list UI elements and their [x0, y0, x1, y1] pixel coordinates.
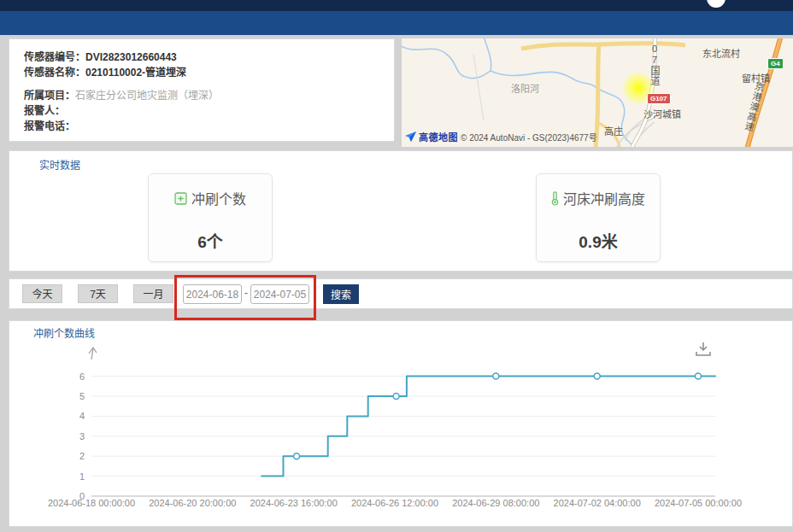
today-button[interactable]: 今天 — [22, 284, 62, 303]
flush-count-title: 冲刷个数 — [191, 188, 246, 208]
download-icon[interactable] — [696, 342, 710, 355]
map-label-river: 洛阳河 — [511, 84, 539, 94]
page: 传感器编号：DVI2823012660443 传感器名称：0210110002-… — [0, 0, 793, 532]
data-point-marker — [493, 373, 499, 379]
data-point-marker — [594, 373, 600, 379]
flush-count-card: 冲刷个数 6个 — [148, 173, 273, 262]
sensor-id-row: 传感器编号：DVI2823012660443 — [24, 50, 385, 65]
riverbed-height-card: 河床冲刷高度 0.9米 — [536, 173, 661, 262]
location-map[interactable]: 东北流村 G4 留村镇 京港澳高速 07国道 G107 沙河城镇 高庄 洛阳河 … — [402, 38, 793, 147]
top-header-bar — [0, 0, 793, 11]
realtime-data-panel: 实时数据 冲刷个数 6个 河床冲刷高度 0.9米 — [9, 150, 793, 272]
thermometer-icon — [551, 191, 559, 206]
alarm-phone-row: 报警电话： — [24, 119, 385, 134]
one-month-button[interactable]: 一月 — [133, 284, 173, 303]
map-label-gaozhuang: 高庄 — [604, 126, 623, 137]
data-point-marker — [393, 394, 399, 400]
map-label-road107: 07国道 — [649, 44, 660, 86]
x-tick-labels: 2024-06-18 00:00:00 2024-06-20 20:00:00 … — [48, 498, 742, 508]
plus-square-icon — [174, 192, 187, 205]
seven-days-button[interactable]: 7天 — [78, 284, 118, 303]
amap-logo-text: 高德地图 — [419, 130, 458, 143]
amap-logo-icon — [405, 132, 416, 142]
map-label-shahe: 沙河城镇 — [643, 109, 681, 120]
alarm-person-label: 报警人： — [24, 105, 65, 117]
y-axis-arrow-icon — [89, 348, 97, 360]
sensor-id-label: 传感器编号： — [24, 51, 85, 63]
alarm-phone-label: 报警电话： — [24, 120, 75, 132]
sensor-info-panel: 传感器编号：DVI2823012660443 传感器名称：0210110002-… — [9, 38, 395, 142]
sensor-name-label: 传感器名称： — [24, 67, 85, 79]
y-tick-1: 1 — [79, 471, 85, 482]
flush-count-value: 6个 — [149, 229, 272, 252]
sensor-name-value: 0210110002-管道埋深 — [85, 67, 186, 79]
riverbed-height-title: 河床冲刷高度 — [563, 188, 645, 208]
realtime-section-title: 实时数据 — [39, 157, 80, 172]
y-tick-labels: 0 1 2 3 4 5 6 — [79, 371, 85, 501]
step-line-series — [261, 377, 716, 476]
g4-badge: G4 — [767, 58, 784, 69]
stream-line — [473, 54, 484, 120]
x-tick-3: 2024-06-26 12:00:00 — [351, 498, 438, 508]
x-tick-5: 2024-07-02 04:00:00 — [554, 498, 641, 508]
flush-count-chart: 0 1 2 3 4 5 6 2024-06-18 00:00:00 2024-0… — [9, 321, 793, 528]
time-filter-bar: 今天 7天 一月 - 搜索 — [9, 278, 793, 309]
g107-badge: G107 — [647, 93, 671, 104]
project-row: 所属项目：石家庄分公司地灾监测（埋深） — [24, 88, 385, 103]
search-button[interactable]: 搜索 — [323, 284, 359, 304]
y-tick-2: 2 — [79, 451, 85, 461]
y-tick-6: 6 — [79, 371, 85, 382]
x-tick-4: 2024-06-29 08:00:00 — [452, 498, 539, 508]
riverbed-height-title-row: 河床冲刷高度 — [537, 188, 660, 208]
flush-count-chart-panel: 冲刷个数曲线 0 1 2 3 4 — [9, 320, 793, 527]
alarm-person-row: 报警人： — [24, 103, 385, 119]
date-range-separator: - — [244, 287, 248, 299]
user-avatar[interactable] — [707, 0, 725, 8]
project-label: 所属项目： — [24, 90, 75, 102]
map-attribution: 高德地图 © 2024 AutoNavi - GS(2023)4677号 — [405, 130, 597, 143]
data-point-marker — [696, 373, 702, 379]
riverbed-height-value: 0.9米 — [537, 229, 660, 252]
data-point-marker — [294, 453, 300, 459]
x-tick-2: 2024-06-23 16:00:00 — [250, 498, 338, 508]
project-value: 石家庄分公司地灾监测（埋深） — [75, 90, 219, 102]
flush-count-title-row: 冲刷个数 — [149, 188, 272, 208]
x-tick-6: 2024-07-05 00:00:00 — [655, 498, 742, 508]
x-tick-0: 2024-06-18 00:00:00 — [48, 498, 135, 508]
sensor-id-value: DVI2823012660443 — [85, 51, 177, 63]
sensor-name-row: 传感器名称：0210110002-管道埋深 — [24, 65, 385, 80]
y-tick-3: 3 — [79, 431, 85, 441]
y-tick-4: 4 — [79, 411, 85, 421]
map-copyright: © 2024 AutoNavi - GS(2023)4677号 — [461, 131, 597, 143]
x-tick-1: 2024-06-20 20:00:00 — [149, 498, 236, 508]
map-label-dongbeiliu: 东北流村 — [702, 49, 740, 59]
sub-header-bar — [0, 11, 793, 35]
gridlines — [91, 377, 715, 496]
end-date-input[interactable] — [250, 284, 309, 304]
start-date-input[interactable] — [183, 284, 242, 304]
y-tick-5: 5 — [79, 391, 85, 401]
